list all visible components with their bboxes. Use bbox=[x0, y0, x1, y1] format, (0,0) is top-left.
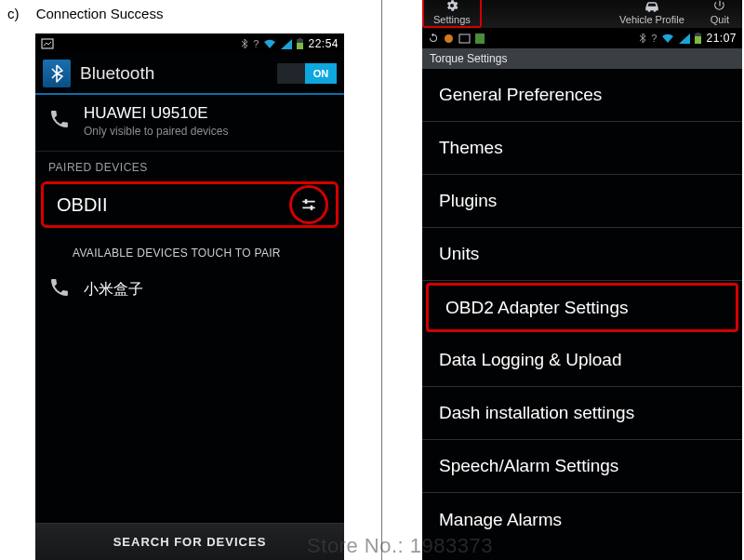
menu-speech-alarm[interactable]: Speech/Alarm Settings bbox=[422, 440, 742, 493]
svg-rect-3 bbox=[299, 38, 301, 39]
step-label: c) Connection Success bbox=[7, 6, 163, 21]
app-icon bbox=[444, 33, 454, 44]
dock-quit-label: Quit bbox=[711, 14, 729, 25]
screenshot-icon bbox=[458, 33, 471, 44]
download-icon bbox=[475, 33, 485, 44]
step-text: Connection Success bbox=[36, 6, 164, 21]
status-bar-right: ? 21:07 bbox=[422, 28, 742, 48]
menu-general-preferences[interactable]: General Preferences bbox=[422, 69, 742, 122]
available-device-name: 小米盒子 bbox=[84, 280, 143, 300]
menu-dash-installation[interactable]: Dash installation settings bbox=[422, 387, 742, 440]
toggle-on-label: ON bbox=[305, 63, 337, 84]
phone-icon bbox=[48, 276, 71, 302]
paired-devices-label: PAIRED DEVICES bbox=[35, 152, 344, 180]
visibility-row[interactable]: HUAWEI U9510E Only visible to paired dev… bbox=[35, 95, 344, 152]
bluetooth-small-icon bbox=[639, 33, 646, 44]
battery-icon bbox=[297, 38, 303, 49]
status-bar-left: ? 22:54 bbox=[35, 33, 344, 54]
bluetooth-header: Bluetooth ON bbox=[35, 54, 344, 95]
svg-rect-4 bbox=[305, 199, 308, 204]
paired-device-obdii[interactable]: OBDII bbox=[41, 181, 339, 228]
svg-rect-11 bbox=[697, 33, 699, 33]
phone-right: ? 21:07 Torque Settings General Preferen… bbox=[422, 28, 742, 560]
step-letter: c) bbox=[7, 6, 20, 21]
svg-rect-8 bbox=[475, 33, 485, 44]
menu-themes[interactable]: Themes bbox=[422, 122, 742, 175]
power-icon bbox=[711, 0, 728, 13]
gear-icon bbox=[444, 0, 460, 13]
question-icon: ? bbox=[651, 33, 657, 44]
menu-plugins[interactable]: Plugins bbox=[422, 175, 742, 228]
device-own-name: HUAWEI U9510E bbox=[84, 104, 228, 123]
signal-icon bbox=[679, 33, 690, 44]
dock-vehicle-label: Vehicle Profile bbox=[619, 14, 684, 25]
search-devices-button[interactable]: SEARCH FOR DEVICES bbox=[35, 523, 344, 560]
bluetooth-icon bbox=[43, 60, 71, 87]
question-icon: ? bbox=[253, 38, 259, 49]
dock-settings-label: Settings bbox=[433, 14, 471, 25]
paired-device-name: OBDII bbox=[57, 194, 289, 216]
phone-icon bbox=[48, 108, 71, 134]
menu-obd2-adapter-settings[interactable]: OBD2 Adapter Settings bbox=[426, 283, 738, 332]
clock-right: 21:07 bbox=[706, 32, 737, 45]
available-devices-label: AVAILABLE DEVICES TOUCH TO PAIR bbox=[35, 233, 344, 269]
screenshot-icon bbox=[41, 38, 54, 49]
vertical-divider bbox=[381, 0, 382, 560]
svg-rect-2 bbox=[297, 43, 303, 49]
device-settings-button[interactable] bbox=[289, 185, 328, 224]
wifi-icon bbox=[263, 39, 276, 49]
dock-quit[interactable]: Quit bbox=[698, 0, 742, 28]
menu-manage-alarms[interactable]: Manage Alarms bbox=[422, 493, 742, 546]
settings-menu: General Preferences Themes Plugins Units… bbox=[422, 69, 742, 546]
clock-left: 22:54 bbox=[308, 37, 339, 50]
svg-point-6 bbox=[445, 34, 453, 43]
search-devices-label: SEARCH FOR DEVICES bbox=[113, 535, 267, 549]
sync-icon bbox=[428, 33, 439, 44]
device-visibility-sub: Only visible to paired devices bbox=[84, 125, 228, 138]
signal-icon bbox=[281, 39, 292, 49]
menu-data-logging[interactable]: Data Logging & Upload bbox=[422, 334, 742, 387]
dock-settings[interactable]: Settings bbox=[422, 0, 482, 28]
available-device-row[interactable]: 小米盒子 bbox=[35, 269, 344, 310]
wifi-icon bbox=[661, 33, 674, 44]
bluetooth-toggle[interactable]: ON bbox=[277, 63, 337, 84]
svg-rect-7 bbox=[459, 34, 470, 43]
phone-left: ? 22:54 Bluetooth ON HUAWEI U9510E Only … bbox=[35, 33, 344, 560]
car-icon bbox=[644, 0, 660, 13]
dock-vehicle-profile[interactable]: Vehicle Profile bbox=[606, 0, 698, 28]
battery-icon bbox=[695, 33, 701, 44]
menu-units[interactable]: Units bbox=[422, 228, 742, 281]
app-dock: Settings Vehicle Profile Quit bbox=[422, 0, 742, 28]
bluetooth-small-icon bbox=[241, 38, 248, 49]
svg-rect-10 bbox=[695, 36, 701, 44]
svg-rect-5 bbox=[311, 206, 313, 210]
bluetooth-title: Bluetooth bbox=[80, 63, 268, 84]
torque-settings-title: Torque Settings bbox=[422, 48, 742, 69]
sliders-icon bbox=[299, 195, 318, 214]
